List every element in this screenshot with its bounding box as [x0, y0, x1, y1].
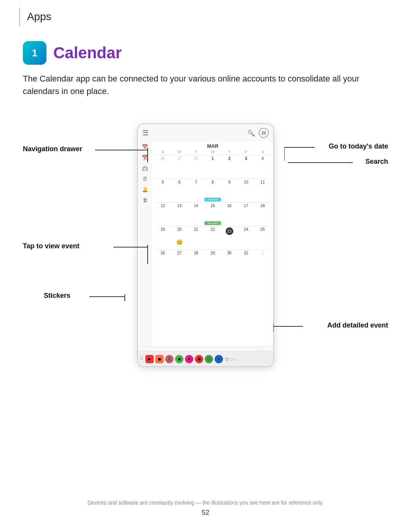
calendar-view-icon-3[interactable]: 📇 — [141, 164, 149, 172]
calendar-cell[interactable]: 3 — [238, 155, 255, 179]
calendar-cell[interactable]: 4 — [254, 155, 271, 179]
calendar-grid: MAR S M T W T F S 26 27 28 1 2 3 4 — [152, 141, 273, 347]
dock-app-7[interactable]: ⬡ — [205, 355, 213, 363]
calendar-cell[interactable]: 1 — [204, 155, 221, 179]
search-icon[interactable]: 🔍 — [247, 129, 255, 137]
diagram-container: ☰ 🔍 23 📅 📆 📇 🗓 🔔 🗑 MAR S M T W — [23, 113, 388, 372]
calendar-cell[interactable]: 7 — [188, 179, 204, 202]
calendar-cell[interactable]: 26 — [155, 155, 171, 179]
calendar-view-icon-4[interactable]: 🗓 — [141, 174, 149, 183]
calendar-cell[interactable]: 17 — [238, 203, 255, 226]
calendar-cell[interactable]: 1 — [254, 250, 271, 273]
dock-app-3[interactable]: 👤 — [165, 355, 174, 363]
calendar-cell[interactable]: 27 — [171, 155, 188, 179]
calendar-cell[interactable]: 21 — [188, 226, 204, 249]
search-label: Search — [365, 158, 388, 166]
calendar-cell[interactable]: 31 — [238, 250, 255, 273]
nav-home-icon[interactable]: □ — [230, 357, 233, 361]
nav-back-icon[interactable]: ‹ — [234, 357, 236, 361]
stickers-label: Stickers — [44, 292, 70, 300]
event-bar-green: My event — [204, 221, 221, 225]
app-description: The Calendar app can be connected to you… — [23, 72, 388, 97]
top-right-icons: 🔍 23 — [247, 128, 269, 138]
dock-app-1[interactable]: ▶ — [145, 355, 154, 363]
dock-app-4[interactable]: ◉ — [175, 355, 183, 363]
search-line — [288, 162, 353, 163]
add-event-label: Add detailed event — [327, 321, 388, 329]
app-title: Calendar — [53, 44, 122, 62]
week-row: 26 27 28 1 2 3 4 — [155, 155, 271, 179]
calendar-cell[interactable]: 14 — [188, 203, 204, 226]
week-row: 19 20 😊 21 22 23 24 25 — [155, 226, 271, 249]
calendar-cell[interactable]: 12 — [155, 203, 171, 226]
calendar-cell[interactable]: 18 — [254, 203, 271, 226]
calendar-cell[interactable]: 16 — [221, 203, 238, 226]
side-icons: 📅 📆 📇 🗓 🔔 🗑 — [138, 141, 152, 204]
apps-grid-icon[interactable]: ⠿ — [140, 356, 143, 361]
day-headers: S M T W T F S — [155, 150, 271, 154]
add-event-line-v — [273, 324, 274, 332]
goto-today-line — [284, 147, 315, 148]
calendar-cell[interactable]: 27 — [171, 250, 188, 273]
calendar-cell[interactable]: 19 — [155, 226, 171, 249]
tap-view-line — [113, 247, 148, 248]
calendar-cell[interactable]: 28 — [188, 155, 204, 179]
event-bar-cyan: My event — [204, 198, 221, 201]
week-row: 26 27 28 29 30 31 1 — [155, 249, 271, 273]
calendar-cell[interactable]: 8 My event — [204, 179, 221, 202]
calendar-cell[interactable]: 5 — [155, 179, 171, 202]
nav-drawer-line — [95, 150, 148, 150]
calendar-cell[interactable]: 6 — [171, 179, 188, 202]
stickers-line-v — [124, 294, 125, 301]
calendar-cell[interactable]: 10 — [238, 179, 255, 202]
week-row: 5 6 7 8 My event 9 10 11 — [155, 179, 271, 202]
goto-today-label: Go to today's date — [329, 142, 388, 150]
calendar-cell[interactable]: 29 — [204, 250, 221, 273]
nav-lines-icon[interactable]: ||| — [225, 357, 229, 361]
page-header: Apps — [19, 8, 411, 26]
tap-view-label: Tap to view event — [23, 242, 80, 250]
app-title-section: 1 Calendar — [23, 41, 388, 65]
page-number: 52 — [0, 509, 411, 517]
calendar-cell[interactable]: 30 — [221, 250, 238, 273]
calendar-cell[interactable]: 23 — [221, 226, 238, 249]
footer-note: Devices and software are constantly evol… — [0, 500, 411, 506]
calendar-view-icon-2[interactable]: 📆 — [141, 153, 149, 161]
calendar-cell[interactable]: 9 — [221, 179, 238, 202]
add-event-line — [273, 326, 303, 327]
week-row: 12 13 14 15 My event 16 17 18 — [155, 202, 271, 226]
calendar-cell[interactable]: 11 — [254, 179, 271, 202]
calendar-cell[interactable]: 20 😊 — [171, 226, 188, 249]
calendar-cell[interactable]: 22 — [204, 226, 221, 249]
calendar-cell[interactable]: 25 — [254, 226, 271, 249]
dock-app-8[interactable]: ○ — [215, 355, 223, 363]
calendar-top-bar: ☰ 🔍 23 — [138, 124, 273, 140]
notification-icon[interactable]: 🔔 — [141, 185, 149, 193]
calendar-cell[interactable]: 13 — [171, 203, 188, 226]
nav-drawer-line-v — [147, 148, 148, 162]
goto-today-line-v — [284, 147, 285, 161]
nav-drawer-label: Navigation drawer — [23, 145, 82, 153]
calendar-cell[interactable]: 15 My event — [204, 203, 221, 226]
month-label: MAR — [155, 141, 271, 150]
dock-app-5[interactable]: ✿ — [185, 355, 193, 363]
phone-mockup: ☰ 🔍 23 📅 📆 📇 🗓 🔔 🗑 MAR S M T W — [137, 123, 274, 367]
dock-app-2[interactable]: ◼ — [155, 355, 164, 363]
calendar-cell[interactable]: 26 — [155, 250, 171, 273]
section-title: Apps — [27, 11, 51, 22]
tap-view-line-v — [147, 245, 148, 264]
stickers-line — [89, 296, 125, 297]
today-badge[interactable]: 23 — [259, 128, 269, 138]
trash-icon[interactable]: 🗑 — [141, 196, 149, 204]
calendar-cell[interactable]: 28 — [188, 250, 204, 273]
dock-app-6[interactable]: ▣ — [195, 355, 203, 363]
calendar-cell[interactable]: 2 — [221, 155, 238, 179]
today-highlight: 23 — [226, 227, 233, 235]
dock-bar: ⠿ ▶ ◼ 👤 ◉ ✿ ▣ ⬡ ○ ||| □ ‹ — [138, 351, 273, 366]
app-icon: 1 — [23, 41, 46, 65]
page-footer: Devices and software are constantly evol… — [0, 500, 411, 517]
hamburger-icon[interactable]: ☰ — [142, 129, 148, 137]
sticker-emoji: 😊 — [172, 239, 187, 245]
calendar-cell[interactable]: 24 — [238, 226, 255, 249]
